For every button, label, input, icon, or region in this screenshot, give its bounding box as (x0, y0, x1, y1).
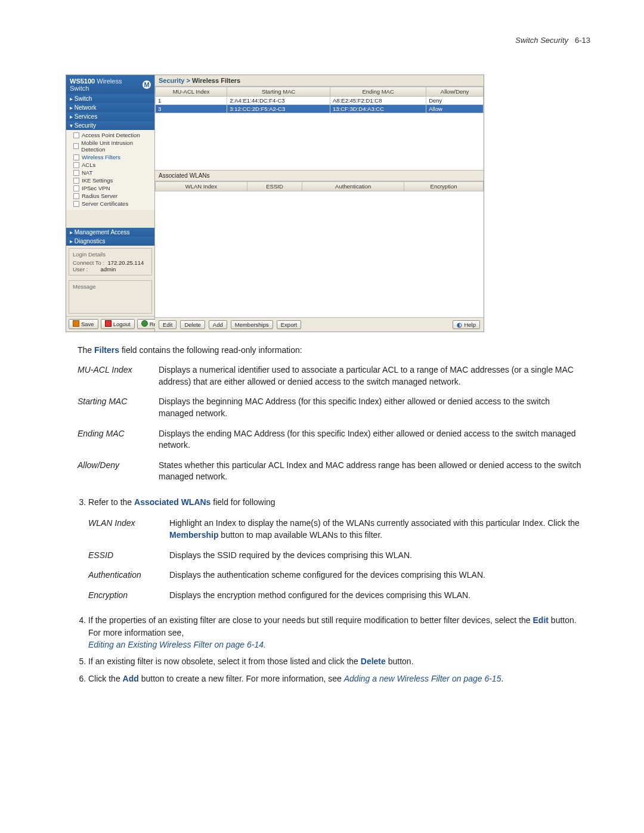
assoc-table: WLAN Index ESSID Authentication Encrypti… (155, 181, 484, 191)
link-edit-filter[interactable]: Editing an Existing Wireless Filter on p… (88, 640, 266, 649)
tree-radius[interactable]: Radius Server (73, 192, 152, 200)
tree-servercerts[interactable]: Server Certificates (73, 200, 152, 208)
col-end[interactable]: Ending MAC (330, 87, 426, 97)
tree-muid[interactable]: Mobile Unit Intrusion Detection (73, 139, 152, 153)
save-button[interactable]: Save (69, 319, 98, 329)
nav-security[interactable]: ▾ Security (66, 121, 154, 130)
doc-body: The Filters field contains the following… (78, 344, 590, 685)
help-icon: ◐ (457, 321, 462, 328)
assoc-wlans-label: Associated WLANs (155, 171, 484, 181)
breadcrumb: Security > Wireless Filters (155, 75, 484, 86)
tree-ike[interactable]: IKE Settings (73, 176, 152, 184)
filters-defs: MU-ACL IndexDisplays a numerical identif… (78, 361, 590, 488)
header-title: Switch Security (515, 36, 568, 45)
nav-services[interactable]: ▸ Services (66, 112, 154, 121)
brand-bar: WS5100 Wireless Switch M (66, 75, 154, 94)
def-row: EncryptionDisplays the encryption method… (88, 586, 590, 606)
delete-button[interactable]: Delete (180, 320, 205, 329)
def-row: AuthenticationDisplays the authenticatio… (88, 566, 590, 586)
tree-wireless-filters[interactable]: Wireless Filters (73, 153, 152, 161)
table-row[interactable]: 1 2:A4:E1:44:DC:F4-C3 A8:E2:45:F2:D1:C8 … (156, 97, 484, 105)
assoc-table-area: WLAN Index ESSID Authentication Encrypti… (155, 181, 484, 191)
brand-name: WS5100 (70, 78, 95, 85)
nav-mgmt[interactable]: ▸ Management Access (66, 228, 154, 237)
main-pane: Security > Wireless Filters MU-ACL Index… (155, 75, 484, 332)
col-auth[interactable]: Authentication (302, 182, 404, 191)
header-pageno: 6-13 (575, 36, 590, 45)
step-4: If the properties of an existing filter … (88, 614, 590, 651)
brand-logo-icon: M (143, 80, 151, 89)
page-header: Switch Security 6-13 (54, 36, 590, 45)
def-row: WLAN Index Highlight an Index to display… (88, 514, 590, 546)
tree-acls[interactable]: ACLs (73, 161, 152, 169)
nav-diag[interactable]: ▸ Diagnostics (66, 237, 154, 246)
nav-network[interactable]: ▸ Network (66, 103, 154, 112)
refresh-icon (141, 320, 148, 328)
col-muacl[interactable]: MU-ACL Index (156, 87, 227, 97)
intro-line: The Filters field contains the following… (78, 344, 590, 356)
def-row: Starting MACDisplays the beginning MAC A… (78, 392, 590, 424)
security-subtree: Access Point Detection Mobile Unit Intru… (66, 130, 154, 210)
link-add-filter[interactable]: Adding a new Wireless Filter on page 6-1… (344, 674, 501, 683)
nav-switch[interactable]: ▸ Switch (66, 94, 154, 103)
step-6: Click the Add button to create a new fil… (88, 673, 590, 685)
help-button[interactable]: ◐ Help (453, 320, 480, 329)
table-header-row: WLAN Index ESSID Authentication Encrypti… (156, 182, 484, 191)
def-row: Allow/DenyStates whether this particular… (78, 456, 590, 488)
app-window: WS5100 Wireless Switch M ▸ Switch ▸ Netw… (66, 75, 484, 332)
save-icon (73, 320, 79, 328)
col-start[interactable]: Starting MAC (227, 87, 330, 97)
col-allow[interactable]: Allow/Deny (426, 87, 484, 97)
main-buttons: Edit Delete Add Memberships Export ◐ Hel… (155, 317, 484, 332)
step-3: Refer to the Associated WLANs field for … (88, 496, 590, 606)
def-row: Ending MACDisplays the ending MAC Addres… (78, 425, 590, 456)
def-row: MU-ACL IndexDisplays a numerical identif… (78, 361, 590, 392)
col-enc[interactable]: Encryption (404, 182, 484, 191)
tree-apd[interactable]: Access Point Detection (73, 131, 152, 139)
login-title: Login Details (73, 251, 148, 258)
wlan-defs: WLAN Index Highlight an Index to display… (88, 514, 590, 606)
logout-button[interactable]: Logout (101, 319, 135, 329)
table-header-row: MU-ACL Index Starting MAC Ending MAC All… (156, 87, 484, 97)
def-row: ESSIDDisplays the SSID required by the d… (88, 546, 590, 566)
memberships-button[interactable]: Memberships (231, 320, 273, 329)
logout-icon (105, 320, 112, 328)
edit-button[interactable]: Edit (159, 320, 177, 329)
col-wlanidx[interactable]: WLAN Index (156, 182, 247, 191)
export-button[interactable]: Export (277, 320, 301, 329)
col-essid[interactable]: ESSID (247, 182, 302, 191)
tree-nat[interactable]: NAT (73, 169, 152, 176)
table-row[interactable]: 3 3:12:CC:2D:F5:A2-C3 13:CF:3D:D4:A3:CC … (156, 105, 484, 113)
sidebar: WS5100 Wireless Switch M ▸ Switch ▸ Netw… (66, 75, 155, 332)
steps-list: Refer to the Associated WLANs field for … (78, 496, 590, 685)
step-5: If an existing filter is now obsolete, s… (88, 655, 590, 667)
sidebar-buttons: Save Logout Refresh (66, 316, 154, 332)
add-button[interactable]: Add (209, 320, 227, 329)
tree-ipsec[interactable]: IPSec VPN (73, 184, 152, 192)
login-details: Login Details Connect To : 172.20.25.114… (69, 248, 152, 275)
message-box: Message (69, 280, 152, 314)
filters-table: MU-ACL Index Starting MAC Ending MAC All… (155, 86, 484, 113)
filters-table-area: MU-ACL Index Starting MAC Ending MAC All… (155, 86, 484, 171)
